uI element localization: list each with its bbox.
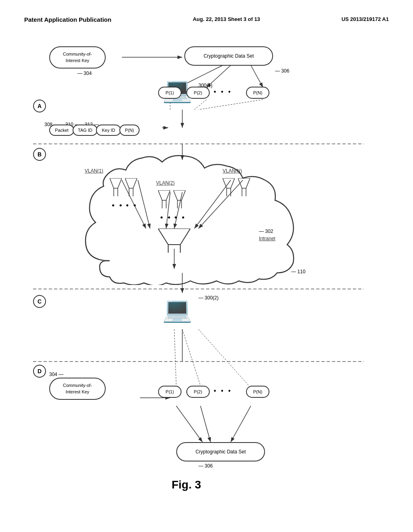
ref-306-bottom: — 306 — [198, 463, 213, 469]
svg-marker-39 — [173, 190, 186, 200]
community-key-bottom: Community-of- Interest Key — [49, 378, 106, 400]
svg-line-25 — [231, 406, 251, 442]
header: Patent Application Publication Aug. 22, … — [24, 16, 389, 23]
date-sheet-label: Aug. 22, 2013 Sheet 3 of 13 — [193, 16, 260, 22]
vlan1-dots: ● ● — [112, 202, 124, 208]
patent-number-label: US 2013/219172 A1 — [342, 16, 389, 22]
vlan2-label: VLAN(2) — [156, 180, 175, 186]
vlan1-label: VLAN(1) — [85, 168, 103, 174]
p2-top: P(2) — [186, 87, 210, 99]
svg-line-27 — [182, 329, 200, 386]
svg-line-26 — [174, 329, 176, 386]
vlan1-dots2: ● ● — [126, 202, 138, 208]
ref-304-bottom: 304 — — [49, 372, 63, 377]
vlan2-dots: ● ● — [160, 214, 172, 220]
funnel-vlan1-a — [110, 178, 122, 198]
vlan2-dots2: ● ● — [174, 214, 186, 220]
svg-marker-45 — [238, 178, 250, 188]
funnel-vlan1-b — [125, 178, 137, 198]
tag-id-pill: TAG ID — [73, 125, 98, 136]
ref-302: — 302 — [259, 229, 273, 234]
svg-marker-33 — [125, 178, 137, 188]
svg-marker-30 — [110, 178, 122, 188]
cryptographic-data-set-bottom: Cryptographic Data Set — [176, 442, 265, 461]
page: Patent Application Publication Aug. 22, … — [0, 0, 413, 532]
packet-pill: Packet — [49, 125, 74, 136]
ref-300-2: — 300(2) — [198, 295, 219, 301]
svg-line-4 — [251, 65, 263, 87]
cryptographic-data-set-top: Cryptographic Data Set — [184, 46, 273, 66]
p2-bottom: P(2) — [186, 386, 210, 398]
ref-110: — 110 — [291, 269, 305, 274]
funnel-main — [158, 229, 190, 254]
ref-306-top: — 306 — [275, 68, 289, 74]
svg-line-24 — [200, 406, 211, 442]
funnel-vlann-a — [223, 178, 235, 198]
publication-label: Patent Application Publication — [24, 16, 111, 23]
svg-marker-42 — [223, 178, 235, 188]
pn-top: P(N) — [246, 87, 269, 99]
svg-marker-36 — [158, 190, 170, 200]
pn-bottom: P(N) — [246, 386, 269, 398]
dots-bottom: • • • — [214, 387, 232, 395]
funnel-vlann-b — [238, 178, 250, 198]
section-b-label: B — [33, 148, 46, 161]
community-key-top: Community-of- Interest Key — [49, 46, 106, 69]
funnel-vlan2-a — [158, 190, 170, 210]
p1-bottom: P(1) — [158, 386, 181, 398]
section-a-label: A — [33, 100, 46, 112]
computer-bottom: 💻 — [162, 295, 192, 324]
svg-line-28 — [198, 329, 249, 386]
funnel-vlan2-b — [173, 190, 186, 210]
ref-304-top: — 304 — [77, 71, 92, 76]
svg-line-8 — [198, 100, 263, 110]
svg-line-7 — [194, 100, 206, 110]
section-d-label: D — [33, 365, 46, 378]
svg-marker-48 — [158, 229, 190, 245]
svg-line-23 — [176, 406, 202, 442]
diagram-area: A Community-of- Interest Key — 304 Crypt… — [25, 35, 388, 511]
p1-top: P(1) — [158, 87, 181, 99]
pn-packet-pill: P(N) — [119, 125, 140, 136]
vlann-label: VLAN(N) — [223, 168, 242, 174]
dots-top: • • • — [214, 88, 232, 96]
cloud-shape — [77, 148, 303, 285]
fig3-label: Fig. 3 — [146, 478, 227, 491]
intranet-label: Intranet — [259, 236, 275, 241]
key-id-pill: Key ID — [96, 125, 121, 136]
section-c-label: C — [33, 295, 46, 308]
